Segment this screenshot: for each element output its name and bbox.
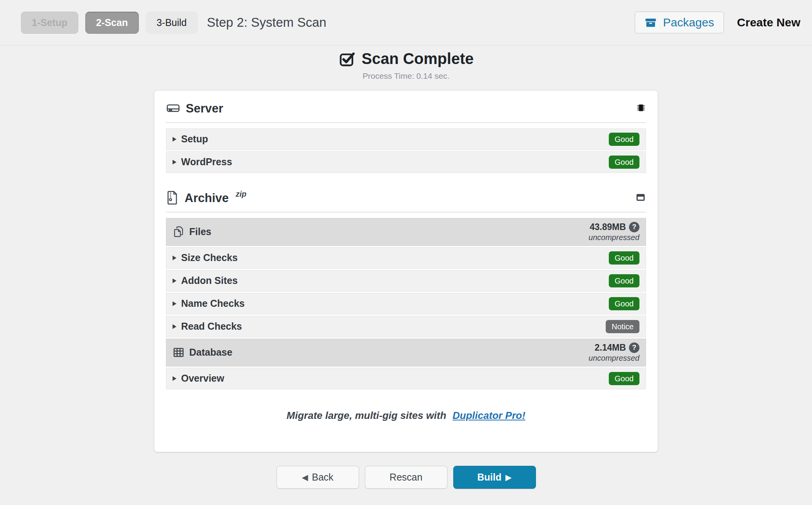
database-group-label: Database <box>189 347 232 358</box>
scan-row-wordpress[interactable]: WordPress Good <box>166 151 646 173</box>
row-label: Overview <box>181 373 224 384</box>
scan-status: Scan Complete Process Time: 0.14 sec. <box>0 45 812 81</box>
help-icon[interactable]: ? <box>629 342 639 353</box>
scan-results-card: Server <box>154 91 658 452</box>
scan-row-setup[interactable]: Setup Good <box>166 128 646 150</box>
database-size-value: 2.14MB <box>594 342 626 353</box>
server-divider <box>166 122 646 123</box>
database-size-block: 2.14MB ? uncompressed <box>589 342 639 363</box>
scan-row-name-checks[interactable]: Name Checks Good <box>166 293 646 315</box>
archive-section-title: Archive <box>185 191 229 205</box>
server-section: Server <box>166 101 646 173</box>
server-section-header: Server <box>166 101 646 117</box>
scan-complete-title: Scan Complete <box>362 50 474 67</box>
back-button[interactable]: ◀Back <box>276 466 359 489</box>
archive-section: Archive zip <box>166 190 646 389</box>
scan-complete-heading: Scan Complete <box>339 50 474 67</box>
check-square-icon <box>339 50 356 67</box>
promo-text: Migrate large, multi-gig sites with <box>287 410 446 421</box>
status-badge: Good <box>609 372 639 385</box>
status-badge: Good <box>609 251 639 265</box>
database-group-row: Database 2.14MB ? uncompressed <box>166 339 646 367</box>
files-size-block: 43.89MB ? uncompressed <box>589 222 639 242</box>
build-button[interactable]: Build▶ <box>453 466 536 489</box>
packages-label: Packages <box>663 16 714 29</box>
build-label: Build <box>477 472 502 483</box>
back-label: Back <box>312 472 333 483</box>
tab-build[interactable]: 3-Build <box>146 12 198 34</box>
caret-right-icon <box>173 324 176 329</box>
archive-box-icon <box>644 16 657 29</box>
window-maximize-icon <box>635 192 646 204</box>
row-label: Read Checks <box>181 321 242 332</box>
row-label: Setup <box>181 133 208 145</box>
archive-section-header: Archive zip <box>166 190 646 206</box>
files-group-row: Files 43.89MB ? uncompressed <box>166 218 646 246</box>
promo-message: Migrate large, multi-gig sites with Dupl… <box>166 410 646 422</box>
database-size-note: uncompressed <box>589 354 639 363</box>
caret-right-icon <box>173 256 176 260</box>
files-size-note: uncompressed <box>589 233 639 242</box>
help-icon[interactable]: ? <box>629 222 639 232</box>
server-section-title: Server <box>186 102 223 116</box>
build-arrow-icon: ▶ <box>505 473 511 482</box>
caret-right-icon <box>173 278 176 283</box>
caret-right-icon <box>173 301 176 306</box>
caret-right-icon <box>173 376 176 381</box>
archive-divider <box>166 212 646 213</box>
duplicator-scan-page: 1-Setup 2-Scan 3-Build Step 2: System Sc… <box>0 0 812 505</box>
top-header: 1-Setup 2-Scan 3-Build Step 2: System Sc… <box>0 0 812 45</box>
rescan-label: Rescan <box>390 472 423 483</box>
duplicator-pro-link[interactable]: Duplicator Pro! <box>453 410 525 421</box>
archive-format-label: zip <box>236 190 247 199</box>
caret-right-icon <box>173 160 176 164</box>
process-time: Process Time: 0.14 sec. <box>0 71 812 81</box>
rescan-button[interactable]: Rescan <box>365 466 447 489</box>
status-badge: Good <box>609 297 639 310</box>
footer-buttons: ◀Back Rescan Build▶ <box>0 466 812 489</box>
files-size-value: 43.89MB <box>590 222 626 232</box>
packages-button[interactable]: Packages <box>635 12 724 33</box>
step-tabs: 1-Setup 2-Scan 3-Build <box>21 12 198 34</box>
microchip-icon <box>636 103 646 114</box>
row-label: WordPress <box>181 156 232 168</box>
files-group-left: Files <box>173 226 211 238</box>
create-new-label: Create New <box>737 16 800 29</box>
row-label: Name Checks <box>181 298 245 309</box>
row-label: Addon Sites <box>181 275 238 286</box>
status-badge: Notice <box>606 320 639 333</box>
tab-scan[interactable]: 2-Scan <box>85 12 139 34</box>
file-archive-icon <box>166 190 179 206</box>
header-right: Packages Create New <box>635 12 800 33</box>
scan-row-read-checks[interactable]: Read Checks Notice <box>166 316 646 337</box>
scan-row-addon-sites[interactable]: Addon Sites Good <box>166 270 646 292</box>
page-title: Step 2: System Scan <box>207 15 327 30</box>
back-arrow-icon: ◀ <box>302 473 308 482</box>
scan-row-overview[interactable]: Overview Good <box>166 368 646 389</box>
status-badge: Good <box>609 274 639 287</box>
row-label: Size Checks <box>181 252 238 263</box>
tab-setup[interactable]: 1-Setup <box>21 12 78 34</box>
table-icon <box>173 346 185 358</box>
status-badge: Good <box>609 156 639 169</box>
status-badge: Good <box>609 133 639 146</box>
copy-files-icon <box>173 226 185 238</box>
scan-row-size-checks[interactable]: Size Checks Good <box>166 247 646 269</box>
hard-drive-icon <box>166 101 180 117</box>
files-group-label: Files <box>189 226 211 237</box>
caret-right-icon <box>173 137 176 142</box>
database-group-left: Database <box>173 346 232 358</box>
